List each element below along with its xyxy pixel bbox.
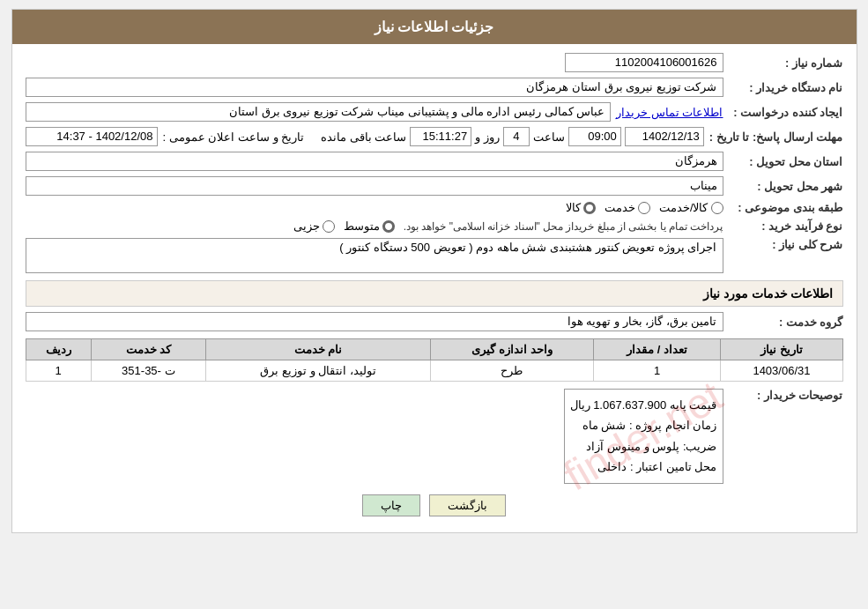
ijad-konande-row: ایجاد کننده درخواست : اطلاعات تماس خریدا… xyxy=(26,102,843,122)
nam-dastgah-row: نام دستگاه خریدار : شرکت توزیع نیروی برق… xyxy=(26,78,843,97)
noe-farayand-radio1-label: جزیی xyxy=(293,219,320,233)
noe-farayand-label: نوع فرآیند خرید : xyxy=(729,219,843,233)
back-button[interactable]: بازگشت xyxy=(429,494,506,516)
radio-motawaset-circle xyxy=(382,220,395,233)
col-vahed: واحد اندازه گیری xyxy=(431,339,593,360)
mohlat-datetime: 1402/12/13 09:00 ساعت 4 روز و 15:11:27 س… xyxy=(318,127,704,146)
ostan-value: هرمزگان xyxy=(26,152,723,171)
sharh-koli-label: شرح کلی نیاز : xyxy=(729,238,843,251)
roz-label: روز و xyxy=(475,130,500,144)
table-row: 1403/06/31 1 طرح تولید، انتقال و توزیع ب… xyxy=(26,360,842,382)
tabaqe-radio-khidmat[interactable]: خدمت xyxy=(605,201,650,214)
tabaqe-radio-group: کالا/خدمت خدمت کالا xyxy=(26,201,723,214)
radio-khidmat-circle xyxy=(638,202,650,214)
tabaqe-row: طبقه بندی موضوعی : کالا/خدمت خدمت کالا xyxy=(26,201,843,214)
cell-nam-khadamat: تولید، انتقال و توزیع برق xyxy=(205,360,431,382)
radio-kala-khidmat-circle xyxy=(711,202,723,214)
ijad-konande-group: اطلاعات تماس خریدار عباس کمالی رئیس ادار… xyxy=(26,102,723,122)
shahr-row: شهر محل تحویل : میناب xyxy=(26,176,843,196)
goroh-row: گروه خدمت : تامین برق، گاز، بخار و تهویه… xyxy=(26,312,843,331)
mohlat-saat2-value: 15:11:27 xyxy=(410,127,471,146)
noe-farayand-radio-motawaset[interactable]: متوسط xyxy=(344,219,395,233)
content-area: شماره نیاز : 1102004106001626 نام دستگاه… xyxy=(12,44,857,532)
ijad-konande-value: عباس کمالی رئیس اداره مالی و پشتیبانی می… xyxy=(26,102,612,122)
cell-radif: 1 xyxy=(26,360,91,382)
shomare-niaz-row: شماره نیاز : 1102004106001626 xyxy=(26,53,843,72)
main-container: جزئیات اطلاعات نیاز شماره نیاز : 1102004… xyxy=(11,9,857,533)
radio-jozi-circle xyxy=(323,220,335,233)
col-kod-khadamat: کد خدمت xyxy=(91,339,205,360)
watermark: finder.net xyxy=(549,360,738,513)
tabaqe-radio3-label: کالا/خدمت xyxy=(659,201,708,214)
shahr-value: میناب xyxy=(26,176,723,196)
tabaqe-radio1-label: کالا xyxy=(566,201,581,214)
buttons-row: بازگشت چاپ xyxy=(26,494,843,516)
mohlat-label: مهلت ارسال پاسخ: تا تاریخ : xyxy=(709,130,843,144)
sharh-koli-row: شرح کلی نیاز : اجرای پروژه تعویض کنتور ه… xyxy=(26,238,843,273)
mohlat-tarikh: 1402/12/13 xyxy=(625,127,704,146)
tabaqe-radio-kala[interactable]: کالا xyxy=(566,201,596,214)
saat-label: ساعت xyxy=(533,130,565,144)
cell-vahed: طرح xyxy=(431,360,593,382)
noe-farayand-row: نوع فرآیند خرید : پرداخت تمام یا بخشی از… xyxy=(26,219,843,233)
ijad-konande-link[interactable]: اطلاعات تماس خریدار xyxy=(616,106,723,119)
col-tarikh-niaz: تاریخ نیاز xyxy=(721,339,842,360)
nam-dastgah-label: نام دستگاه خریدار : xyxy=(729,81,843,94)
tosif-label: توصیحات خریدار : xyxy=(729,389,843,402)
page-header: جزئیات اطلاعات نیاز xyxy=(12,10,857,44)
tabaqe-label: طبقه بندی موضوعی : xyxy=(729,201,843,214)
tabaqe-radio2-label: خدمت xyxy=(605,201,635,214)
ostan-label: استان محل تحویل : xyxy=(729,155,843,168)
noe-farayand-note: پرداخت تمام یا بخشی از مبلغ خریداز محل "… xyxy=(404,220,723,233)
table-header-row: تاریخ نیاز تعداد / مقدار واحد اندازه گیر… xyxy=(26,339,842,360)
ostan-row: استان محل تحویل : هرمزگان xyxy=(26,152,843,171)
services-table-container: تاریخ نیاز تعداد / مقدار واحد اندازه گیر… xyxy=(26,338,843,382)
tosif-value: finder.net قیمت پایه 1.067.637.900 ریالز… xyxy=(564,389,723,484)
radio-kala-circle xyxy=(583,202,596,214)
col-nam-khadamat: نام خدمت xyxy=(205,339,431,360)
nam-dastgah-value: شرکت توزیع نیروی برق استان هرمزگان xyxy=(26,78,723,97)
noe-farayand-radio-jozi[interactable]: جزیی xyxy=(293,219,335,233)
page-title: جزئیات اطلاعات نیاز xyxy=(375,19,494,34)
ijad-konande-label: ایجاد کننده درخواست : xyxy=(729,106,843,119)
col-tedad: تعداد / مقدار xyxy=(593,339,721,360)
sharh-koli-value: اجرای پروژه تعویض کنتور هشتبندی شش ماهه … xyxy=(26,238,723,273)
khadamat-section-header: اطلاعات خدمات مورد نیاز xyxy=(26,280,843,307)
noe-farayand-radio2-label: متوسط xyxy=(344,219,380,233)
tarikh-elan-label: تاریخ و ساعت اعلان عمومی : xyxy=(163,130,305,144)
col-radif: ردیف xyxy=(26,339,91,360)
shomare-niaz-label: شماره نیاز : xyxy=(729,56,843,70)
shomare-niaz-value: 1102004106001626 xyxy=(565,53,723,72)
mohlat-row: مهلت ارسال پاسخ: تا تاریخ : 1402/12/13 0… xyxy=(26,127,843,146)
goroh-value: تامین برق، گاز، بخار و تهویه هوا xyxy=(26,312,723,331)
baqi-label: ساعت باقی مانده xyxy=(321,130,406,144)
print-button[interactable]: چاپ xyxy=(362,494,420,516)
shahr-label: شهر محل تحویل : xyxy=(729,180,843,193)
mohlat-roz-value: 4 xyxy=(503,127,530,146)
tabaqe-radio-kala-khidmat[interactable]: کالا/خدمت xyxy=(659,201,723,214)
tarikh-elan-value: 1402/12/08 - 14:37 xyxy=(26,127,158,146)
tosif-row: توصیحات خریدار : finder.net قیمت پایه 1.… xyxy=(26,389,843,484)
goroh-label: گروه خدمت : xyxy=(729,316,843,329)
cell-tedad: 1 xyxy=(593,360,721,382)
services-table: تاریخ نیاز تعداد / مقدار واحد اندازه گیر… xyxy=(26,338,843,382)
noe-farayand-radio-group: پرداخت تمام یا بخشی از مبلغ خریداز محل "… xyxy=(26,219,723,233)
cell-tarikh: 1403/06/31 xyxy=(721,360,842,382)
mohlat-saat-value: 09:00 xyxy=(568,127,621,146)
tosif-text: قیمت پایه 1.067.637.900 ریالزمان انجام پ… xyxy=(570,398,717,473)
cell-kod-khadamat: ت -35-351 xyxy=(91,360,205,382)
